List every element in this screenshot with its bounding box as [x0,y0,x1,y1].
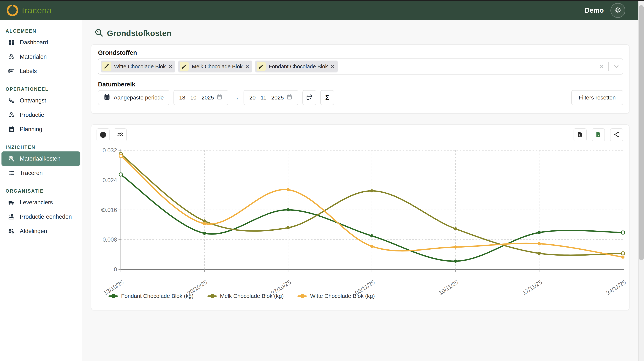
sidebar-item-label: Planning [20,126,42,133]
sidebar-item-labels[interactable]: Labels [0,64,82,78]
date-to-input[interactable]: 20 - 11 - 2025 [244,90,298,105]
topbar: tracena Demo [0,1,638,20]
material-chip[interactable]: Melk Chocolade Blok× [178,60,252,72]
svg-text:0.008: 0.008 [102,236,117,243]
export-image-button[interactable] [574,128,586,141]
grondstoffen-label: Grondstoffen [98,49,137,56]
sidebar-item-label: Afdelingen [20,228,47,235]
divider [608,62,608,71]
legend-label: Witte Chocolade Blok (kg) [310,293,375,299]
sidebar-item-label: Leveranciers [20,199,53,206]
sidebar-section-title: Operationeel [6,86,82,92]
sidebar-item-label: Materialen [20,53,47,60]
page-title: Grondstofkosten [107,29,172,38]
datumbereik-label: Datumbereik [98,81,135,88]
sidebar-item-afdelingen[interactable]: Afdelingen [0,224,82,238]
chip-label: Witte Chocolade Blok [114,63,166,70]
period-button[interactable]: Aangepaste periode [98,90,170,105]
sidebar-item-traceren[interactable]: Traceren [0,166,82,180]
date-from-input[interactable]: 13 - 10 - 2025 [174,90,228,105]
legend-item[interactable]: Fondant Chocolade Blok (kg) [108,293,194,299]
sidebar-item-label: Traceren [20,170,43,176]
sidebar-section-title: Organisatie [6,188,82,194]
svg-text:17/11/25: 17/11/25 [521,279,543,296]
sidebar: AlgemeenDashboardMaterialenLabelsOperati… [0,20,82,361]
dashboard-icon [8,39,15,46]
page-header: $ Grondstofkosten [94,28,172,38]
point-style-button[interactable] [96,128,110,141]
svg-text:$: $ [97,30,99,34]
sidebar-section-title: Inzichten [6,145,82,150]
gear-icon [614,6,622,15]
svg-text:0.016: 0.016 [102,207,117,213]
sidebar-item-materiaalkosten[interactable]: $Materiaalkosten [2,151,80,166]
legend-label: Melk Chocolade Blok (kg) [220,293,284,299]
chip-label: Melk Chocolade Blok [192,63,242,70]
share-button[interactable] [610,128,623,141]
settings-button[interactable] [610,3,625,18]
sidebar-item-label: Dashboard [20,39,48,46]
sidebar-item-dashboard[interactable]: Dashboard [0,35,82,49]
sidebar-item-label: Productie [20,112,44,118]
chart-export-toolbar: x [574,128,623,141]
svg-text:10/11/25: 10/11/25 [438,279,460,296]
sidebar-item-planning[interactable]: Planning [0,122,82,136]
date-from-value: 13 - 10 - 2025 [179,94,214,101]
sidebar-item-label: Materiaalkosten [20,155,60,162]
date-range-controls: Aangepaste periode 13 - 10 - 2025 → 20 - [98,90,334,105]
excel-file-icon: x [595,131,602,139]
sidebar-item-ontvangst[interactable]: Ontvangst [0,93,82,108]
trace-list-icon [8,170,15,177]
export-excel-button[interactable]: x [592,128,605,141]
brand-name: tracena [22,5,52,15]
chart-legend: Fondant Chocolade Blok (kg)Melk Chocolad… [108,293,375,299]
calendar-edit-button[interactable] [302,90,316,105]
date-to-value: 20 - 11 - 2025 [249,94,284,101]
cubes-icon [8,111,15,118]
sidebar-item-productie-eenheden[interactable]: Productie-eenheden [0,210,82,224]
filters-card: Grondstoffen Witte Chocolade Blok×Melk C… [91,44,630,114]
wheat-icon [180,62,189,71]
scrollbar-track[interactable] [638,1,644,361]
dot-icon [100,132,106,138]
sidebar-item-leveranciers[interactable]: Leveranciers [0,195,82,210]
chip-remove-icon[interactable]: × [246,64,249,69]
chip-remove-icon[interactable]: × [169,64,172,69]
legend-item[interactable]: Witte Chocolade Blok (kg) [298,293,375,299]
smooth-lines-button[interactable] [114,128,127,141]
sidebar-item-label: Productie-eenheden [20,213,72,220]
chip-label: Fondant Chocolade Blok [269,63,328,70]
label-icon [8,68,15,75]
sidebar-item-materialen[interactable]: Materialen [0,49,82,64]
brand-logo[interactable]: tracena [7,5,52,16]
sidebar-item-label: Ontvangst [20,97,46,104]
chart-card: x 00.0080.0160.0240.032€13/10/2520/10/25… [91,124,630,310]
legend-item[interactable]: Melk Chocolade Blok (kg) [208,293,284,299]
truck-icon [8,199,15,206]
search-dollar-icon: $ [8,155,15,162]
chart-type-toolbar [96,128,127,141]
cubes-icon [8,53,15,60]
chevron-down-icon[interactable] [613,63,620,70]
calendar-icon [104,94,110,102]
clear-selection-icon[interactable]: × [600,63,604,71]
sidebar-item-label: Labels [20,68,37,74]
sum-button[interactable]: Σ [320,90,334,105]
waves-icon [117,131,124,139]
machine-icon [8,213,15,220]
material-chip[interactable]: Fondant Chocolade Blok× [255,60,338,72]
brand-ring-icon [7,5,18,16]
sigma-icon: Σ [325,94,329,101]
legend-marker-icon [208,294,217,298]
svg-text:0.024: 0.024 [102,177,117,183]
handtruck-icon [8,97,15,104]
reset-filters-button[interactable]: Filters resetten [571,90,623,105]
grondstoffen-multiselect[interactable]: Witte Chocolade Blok×Melk Chocolade Blok… [98,58,623,74]
chip-remove-icon[interactable]: × [331,64,334,69]
scrollbar-thumb[interactable] [639,5,644,260]
svg-text:€: € [101,207,104,213]
material-chip[interactable]: Witte Chocolade Blok× [100,60,175,72]
calendar-icon [216,94,222,101]
sidebar-item-productie[interactable]: Productie [0,108,82,122]
calendar-edit-icon [306,94,312,101]
